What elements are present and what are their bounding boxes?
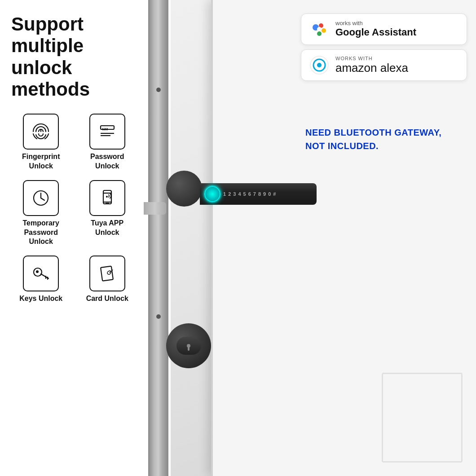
svg-point-24 xyxy=(317,27,322,31)
key-icon-box xyxy=(23,256,59,291)
alexa-main-text: amazon alexa xyxy=(335,61,408,75)
phone-icon xyxy=(96,187,119,209)
num-6: 6 xyxy=(248,191,251,197)
method-password: 123 PasswordUnlock xyxy=(78,114,137,171)
svg-point-23 xyxy=(317,31,322,36)
num-5: 5 xyxy=(243,191,246,197)
deadbolt xyxy=(166,323,211,368)
num-3: 3 xyxy=(233,191,236,197)
fingerprint-sensor xyxy=(204,186,220,202)
num-9: 9 xyxy=(263,191,266,197)
password-icon-box: 123 xyxy=(89,114,125,150)
svg-text:123: 123 xyxy=(102,127,108,131)
handle-bar: 1 2 3 4 5 6 7 8 9 0 # xyxy=(200,183,317,205)
card-icon xyxy=(96,262,119,285)
svg-point-11 xyxy=(106,196,108,198)
google-assistant-icon xyxy=(309,19,329,39)
num-7: 7 xyxy=(253,191,256,197)
fingerprint-label: FingerprintUnlock xyxy=(22,152,60,171)
tuya-label: Tuya APPUnlock xyxy=(91,219,123,238)
deadbolt-cylinder xyxy=(176,337,201,355)
num-1: 1 xyxy=(223,191,226,197)
phone-icon-box xyxy=(89,180,125,216)
door-edge xyxy=(148,0,168,476)
num-4: 4 xyxy=(238,191,241,197)
alexa-badge-text: WORKS WITH amazon alexa xyxy=(335,56,408,75)
svg-line-6 xyxy=(41,198,44,200)
left-content: Support multiple unlock methods xyxy=(0,0,148,476)
fingerprint-icon xyxy=(30,120,52,143)
method-card: Card Unlock xyxy=(78,256,137,304)
unlock-methods-grid: FingerprintUnlock 123 PasswordUnlock xyxy=(11,114,137,304)
right-top-badges: works with Google Assistant WORKS WITH a… xyxy=(301,13,467,81)
method-keys: Keys Unlock xyxy=(11,256,71,304)
num-hash: # xyxy=(273,191,276,197)
num-8: 8 xyxy=(258,191,261,197)
deadbolt-rose xyxy=(166,323,211,368)
num-0: 0 xyxy=(268,191,271,197)
bluetooth-notice: NEED BLUETOOTH GATEWAY,NOT INCLUDED. xyxy=(305,126,463,153)
key-icon xyxy=(30,262,52,285)
alexa-icon xyxy=(309,55,329,75)
clock-icon-box xyxy=(23,180,59,216)
google-main-text: Google Assistant xyxy=(335,26,416,38)
alexa-logo-icon xyxy=(309,55,329,75)
google-assistant-badge: works with Google Assistant xyxy=(301,13,467,45)
method-temporary: TemporaryPasswordUnlock xyxy=(11,180,71,247)
method-fingerprint: FingerprintUnlock xyxy=(11,114,71,171)
main-title: Support multiple unlock methods xyxy=(11,13,137,100)
num-2: 2 xyxy=(228,191,231,197)
keys-label: Keys Unlock xyxy=(19,294,62,304)
svg-point-22 xyxy=(322,28,326,33)
lock-handle: 1 2 3 4 5 6 7 8 9 0 # xyxy=(166,171,202,207)
number-keys: 1 2 3 4 5 6 7 8 9 0 # xyxy=(223,191,276,197)
google-works-text: works with xyxy=(335,20,416,26)
method-tuya: Tuya APPUnlock xyxy=(78,180,137,247)
door-inner-panel xyxy=(382,373,463,463)
svg-rect-17 xyxy=(101,266,113,281)
password-icon: 123 xyxy=(96,120,119,143)
card-label: Card Unlock xyxy=(86,294,128,304)
password-label: PasswordUnlock xyxy=(90,152,124,171)
temporary-label: TemporaryPasswordUnlock xyxy=(22,219,59,247)
bluetooth-notice-text: NEED BLUETOOTH GATEWAY,NOT INCLUDED. xyxy=(305,126,463,153)
clock-icon xyxy=(30,187,52,209)
amazon-alexa-badge: WORKS WITH amazon alexa xyxy=(301,49,467,81)
handle-rose xyxy=(166,171,202,207)
main-container: 1 2 3 4 5 6 7 8 9 0 # Support multiple u… xyxy=(0,0,476,476)
svg-point-16 xyxy=(36,270,39,273)
google-badge-text: works with Google Assistant xyxy=(335,20,416,38)
card-icon-box xyxy=(89,256,125,291)
svg-point-27 xyxy=(317,63,322,67)
alexa-works-text: WORKS WITH xyxy=(335,56,408,61)
fingerprint-icon-box xyxy=(23,114,59,150)
keyhole xyxy=(187,344,190,348)
door-hole-top xyxy=(156,88,161,92)
door-hole-bottom xyxy=(156,314,161,319)
